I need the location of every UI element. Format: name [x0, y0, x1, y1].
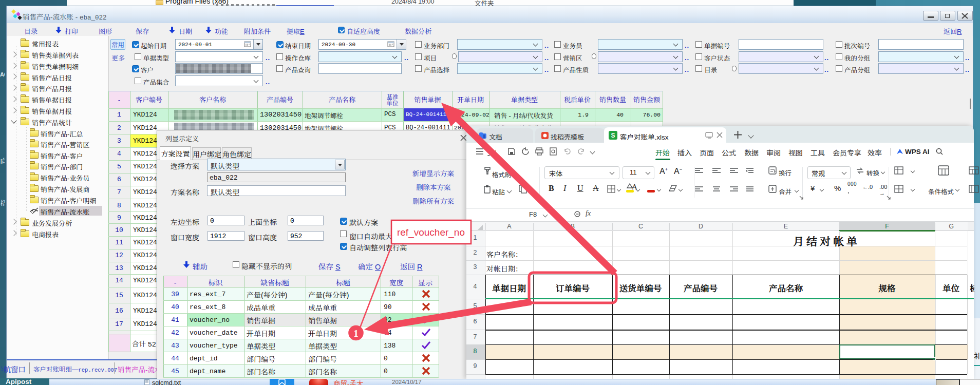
svg-text:ref_voucher_no: ref_voucher_no — [397, 227, 465, 238]
svg-text:1: 1 — [353, 328, 359, 339]
